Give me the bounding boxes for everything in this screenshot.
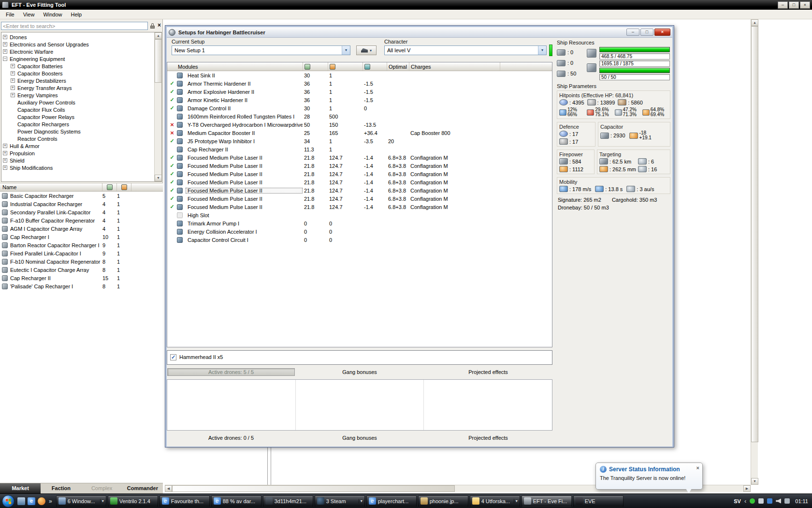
tree-item[interactable]: Reactor Controls [1,135,154,142]
quicklaunch-overflow-icon[interactable]: » [49,498,52,505]
scroll-down-icon[interactable]: ▼ [751,478,758,485]
tree-item[interactable]: Capacitor Power Relays [1,113,154,120]
tray-collapse-icon[interactable]: ‹ [744,497,746,505]
tree-scrollbar[interactable]: ▲ ▼ [154,32,161,181]
module-row[interactable]: Medium Capacitor Booster II 25 165 +36.4… [167,129,552,137]
setup-window-titlebar[interactable]: Setups for Harbinger Battlecruiser – □ × [167,27,672,38]
charges-column-header[interactable]: Charges [409,62,500,71]
window-titlebar[interactable]: EFT - Eve Fitting Tool – □ × [0,0,812,10]
module-row[interactable]: Focused Medium Pulse Laser II 21.8 124.7… [167,203,552,211]
results-header[interactable]: Name [0,183,163,192]
tree-item[interactable]: Power Diagnostic Systems [1,128,154,135]
scroll-up-icon[interactable]: ▲ [155,32,162,39]
group-expand-icon[interactable]: ▾ [100,499,104,503]
modules-table-header[interactable]: Modules Optimal Charges [167,62,552,71]
taskbar-button[interactable]: EVE ▾ [573,495,624,507]
taskbar-button[interactable]: 88 % av dar... ▾ [211,495,261,507]
character-select[interactable]: All level V ▾ [384,45,547,55]
result-row[interactable]: Eutectic I Capacitor Charge Array 8 1 [0,266,163,274]
module-row[interactable]: Capacitor Control Circuit I 0 0 [167,236,552,244]
result-row[interactable]: Secondary Parallel Link-Capacitor 4 1 [0,208,163,216]
module-row[interactable]: Energy Collision Accelerator I 0 0 [167,227,552,236]
source-tab[interactable]: Complex [82,483,122,493]
tray-status-icon[interactable] [750,498,755,504]
setup-close-button[interactable]: × [654,29,670,36]
result-row[interactable]: Industrial Capacitor Recharger 4 1 [0,200,163,208]
tree-item[interactable]: Shield [1,157,154,164]
powergrid-column-header[interactable] [328,62,362,71]
module-row[interactable]: Armor Explosive Hardener II 36 1 -1.5 [167,88,552,96]
name-column-header[interactable]: Name [0,183,102,191]
tree-toggle-icon[interactable] [3,57,7,61]
vertical-scrollbar-thumb[interactable] [751,26,758,442]
tree-item[interactable]: Propulsion [1,149,154,157]
tree-item[interactable]: Energy Vampires [1,91,154,99]
tree-scrollbar-thumb[interactable] [155,39,162,83]
module-row[interactable]: High Slot [167,211,552,219]
cpu-column-header[interactable] [303,62,328,71]
taskbar-button[interactable]: playerchart... ▾ [366,495,417,507]
module-row[interactable]: Armor Thermic Hardener II 36 1 -1.5 [167,79,552,88]
tree-item[interactable]: Ship Modifications [1,164,154,171]
taskbar-button[interactable]: Favourite th... ▾ [160,495,210,507]
taskbar-button[interactable]: 3d11h4m21... ▾ [263,495,313,507]
meta-column-header[interactable] [102,183,117,191]
setup-minimize-button[interactable]: – [626,29,639,36]
tree-item[interactable]: Hull & Armor [1,142,154,149]
current-setup-select[interactable]: New Setup 1 ▾ [172,45,350,55]
source-tab[interactable]: Market [0,483,41,493]
tray-messenger-icon[interactable] [758,498,764,504]
combo-dropdown-icon[interactable]: ▾ [342,46,350,55]
module-row[interactable]: Y-T8 Overcharged Hydrocarbon I Microwarp… [167,120,552,129]
tray-bluetooth-icon[interactable] [767,498,772,504]
result-row[interactable]: Cap Recharger I 10 1 [0,233,163,241]
tree-item[interactable]: Capacitor Flux Coils [1,106,154,113]
minimize-button[interactable]: – [778,1,788,9]
scroll-down-icon[interactable]: ▼ [155,175,162,181]
lock-icon[interactable] [149,22,156,30]
taskbar-button[interactable]: 4 Utforska... ▾ [470,495,520,507]
module-row[interactable]: Focused Medium Pulse Laser II 21.8 124.7… [167,162,552,170]
group-expand-icon[interactable]: ▾ [359,499,362,503]
module-row[interactable]: Focused Medium Pulse Laser II 21.8 124.7… [167,186,552,194]
tree-item[interactable]: Engineering Equipment [1,55,154,62]
combo-dropdown-icon[interactable]: ▾ [538,46,546,55]
module-row[interactable]: Focused Medium Pulse Laser II 21.8 124.7… [167,170,552,178]
tree-toggle-icon[interactable] [3,158,7,163]
tree-toggle-icon[interactable] [11,64,15,68]
module-row[interactable]: Focused Medium Pulse Laser II 21.8 124.7… [167,194,552,203]
tree-toggle-icon[interactable] [11,86,15,90]
module-row[interactable]: Armor Kinetic Hardener II 36 1 -1.5 [167,96,552,104]
menu-item[interactable]: Help [67,11,87,18]
result-row[interactable]: F-b10 Nominal Capacitor Regenerator 8 1 [0,257,163,266]
optimal-column-header[interactable]: Optimal [387,62,409,71]
setup-maximize-button[interactable]: □ [640,29,653,36]
media-player-icon[interactable] [38,497,45,505]
module-row[interactable]: Cap Recharger II 11.3 1 [167,145,552,153]
gang-bonuses-panel[interactable] [296,380,424,430]
tree-toggle-icon[interactable] [11,78,15,83]
result-row[interactable]: F-a10 Buffer Capacitor Regenerator 4 1 [0,216,163,224]
show-desktop-icon[interactable] [17,497,25,505]
tree-toggle-icon[interactable] [3,165,7,170]
taskbar-button[interactable]: 3 Steam ▾ [315,495,365,507]
tree-toggle-icon[interactable] [3,35,7,39]
language-indicator[interactable]: SV [734,498,741,504]
balloon-close-icon[interactable]: × [696,465,699,471]
tree-item[interactable]: Capacitor Boosters [1,70,154,77]
tree-item[interactable]: Auxiliary Power Controls [1,99,154,106]
source-tab[interactable]: Faction [41,483,81,493]
result-row[interactable]: Barton Reactor Capacitor Recharger I 9 1 [0,241,163,249]
group-expand-icon[interactable]: ▾ [514,499,518,503]
module-row[interactable]: Trimark Armor Pump I 0 0 [167,219,552,227]
active-drones-panel[interactable] [167,380,296,430]
tree-item[interactable]: Electronics and Sensor Upgrades [1,41,154,48]
tree-item[interactable]: Energy Destabilizers [1,77,154,84]
internet-explorer-icon[interactable]: e [28,497,35,505]
start-button[interactable] [2,495,14,508]
taskbar-button[interactable]: 6 Window... ▾ [56,495,106,507]
menu-item[interactable]: File [1,11,19,18]
close-button[interactable]: × [800,1,810,9]
tree-item[interactable]: Drones [1,33,154,41]
module-row[interactable]: J5 Prototype Warp Inhibitor I 34 1 -3.5 … [167,137,552,145]
